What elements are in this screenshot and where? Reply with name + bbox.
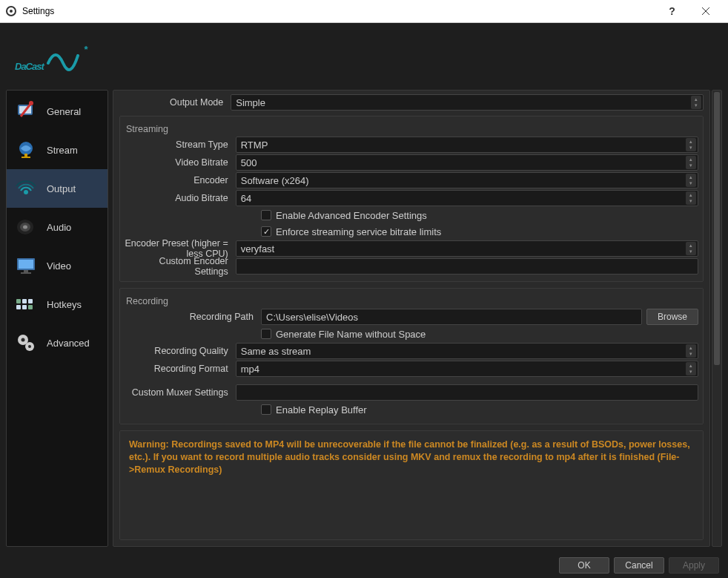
- general-icon: [14, 99, 38, 123]
- svg-rect-17: [21, 272, 31, 274]
- recording-group: Recording Recording Path C:\Users\elise\…: [119, 288, 704, 424]
- sidebar-item-label: Hotkeys: [47, 299, 82, 310]
- sidebar-item-label: General: [47, 106, 81, 117]
- sidebar-item-label: Output: [47, 183, 76, 194]
- replay-buffer-label: Enable Replay Buffer: [276, 404, 367, 416]
- enforce-limits-checkbox[interactable]: [261, 226, 271, 237]
- svg-rect-16: [24, 270, 28, 272]
- custom-encoder-label: Custom Encoder Settings: [125, 256, 230, 277]
- window-title: Settings: [22, 6, 54, 16]
- custom-muxer-input[interactable]: [236, 384, 698, 401]
- svg-rect-9: [21, 157, 30, 158]
- apply-button[interactable]: Apply: [669, 557, 719, 574]
- video-bitrate-label: Video Bitrate: [125, 157, 230, 168]
- sidebar-item-audio[interactable]: Audio: [7, 208, 107, 246]
- ok-button[interactable]: OK: [559, 557, 609, 574]
- sidebar-item-output[interactable]: Output: [7, 169, 107, 208]
- cancel-button[interactable]: Cancel: [614, 557, 664, 574]
- help-button[interactable]: ?: [655, 0, 689, 22]
- advanced-encoder-checkbox[interactable]: [261, 210, 271, 220]
- dacast-logo: DaCast *: [15, 41, 99, 72]
- svg-rect-19: [22, 299, 27, 303]
- stream-type-select[interactable]: RTMP▴▾: [236, 137, 698, 153]
- obs-icon: [6, 6, 16, 16]
- recording-format-select[interactable]: mp4▴▾: [236, 361, 698, 377]
- titlebar: Settings ?: [0, 0, 728, 22]
- sidebar-item-advanced[interactable]: Advanced: [7, 324, 107, 362]
- svg-rect-8: [24, 154, 27, 157]
- recording-quality-label: Recording Quality: [125, 346, 230, 356]
- video-icon: [14, 254, 38, 277]
- video-bitrate-input[interactable]: 500▴▾: [236, 154, 698, 171]
- output-icon: [14, 177, 38, 200]
- audio-bitrate-select[interactable]: 64▴▾: [236, 190, 698, 206]
- sidebar-item-stream[interactable]: Stream: [7, 131, 107, 169]
- svg-point-26: [21, 338, 25, 342]
- sidebar-item-general[interactable]: General: [7, 92, 107, 131]
- custom-encoder-input[interactable]: [236, 258, 698, 275]
- warning-text: Warning: Recordings saved to MP4 will be…: [129, 439, 694, 476]
- encoder-label: Encoder: [125, 175, 230, 185]
- filename-nospace-checkbox[interactable]: [261, 329, 271, 339]
- svg-rect-15: [19, 260, 33, 269]
- sidebar-item-label: Video: [47, 260, 71, 272]
- custom-muxer-label: Custom Muxer Settings: [125, 387, 230, 398]
- sidebar-item-video[interactable]: Video: [7, 246, 107, 285]
- recording-format-label: Recording Format: [125, 364, 230, 374]
- output-mode-label: Output Mode: [119, 97, 225, 108]
- svg-point-13: [23, 226, 27, 229]
- svg-rect-18: [16, 299, 21, 303]
- recording-path-label: Recording Path: [125, 312, 255, 322]
- sidebar-item-label: Advanced: [47, 338, 90, 349]
- encoder-select[interactable]: Software (x264)▴▾: [236, 172, 698, 188]
- panel-scrollbar[interactable]: [712, 90, 722, 547]
- svg-rect-21: [16, 305, 21, 309]
- svg-rect-22: [22, 305, 27, 309]
- advanced-encoder-label: Enable Advanced Encoder Settings: [276, 210, 427, 221]
- stream-type-label: Stream Type: [125, 139, 230, 150]
- svg-point-6: [29, 101, 33, 105]
- audio-icon: [14, 215, 38, 239]
- output-mode-select[interactable]: Simple▴▾: [231, 94, 704, 111]
- sidebar-item-hotkeys[interactable]: Hotkeys: [7, 285, 107, 324]
- warning-box: Warning: Recordings saved to MP4 will be…: [119, 430, 704, 540]
- sidebar-item-label: Stream: [47, 145, 78, 156]
- hotkeys-icon: [14, 292, 38, 316]
- browse-button[interactable]: Browse: [646, 309, 698, 325]
- footer: OK Cancel Apply: [0, 553, 728, 578]
- close-button[interactable]: [689, 0, 722, 22]
- brand-bar: DaCast *: [0, 23, 728, 90]
- enforce-limits-label: Enforce streaming service bitrate limits: [276, 226, 441, 237]
- sidebar: General Stream Output Audio: [6, 90, 108, 547]
- recording-quality-select[interactable]: Same as stream▴▾: [236, 343, 698, 359]
- stream-icon: [14, 138, 38, 162]
- settings-panel: Output Mode Simple▴▾ Streaming Stream Ty…: [113, 90, 710, 547]
- svg-point-10: [24, 190, 28, 194]
- filename-nospace-label: Generate File Name without Space: [276, 329, 426, 340]
- recording-heading: Recording: [125, 293, 698, 308]
- advanced-icon: [14, 331, 38, 355]
- svg-point-27: [28, 345, 31, 348]
- audio-bitrate-label: Audio Bitrate: [125, 193, 230, 203]
- svg-rect-23: [28, 305, 33, 309]
- recording-path-input[interactable]: C:\Users\elise\Videos: [261, 309, 642, 325]
- streaming-group: Streaming Stream Type RTMP▴▾ Video Bitra…: [119, 116, 704, 282]
- svg-rect-20: [28, 299, 33, 303]
- streaming-heading: Streaming: [125, 121, 698, 136]
- encoder-preset-select[interactable]: veryfast▴▾: [236, 240, 698, 257]
- replay-buffer-checkbox[interactable]: [261, 404, 271, 415]
- sidebar-item-label: Audio: [47, 222, 71, 233]
- svg-text:*: *: [84, 44, 88, 55]
